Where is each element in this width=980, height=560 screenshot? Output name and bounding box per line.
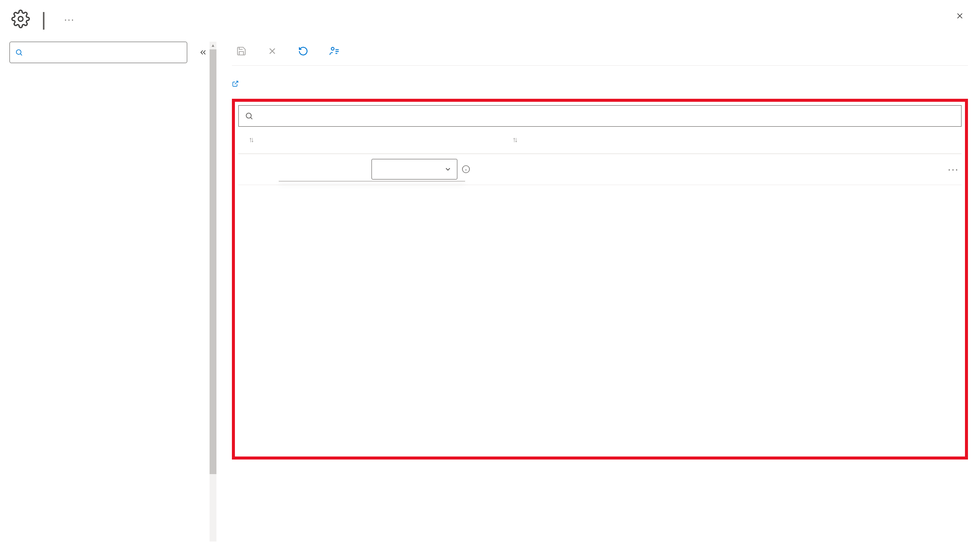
parameter-filter[interactable] [238,105,962,127]
title-more-button[interactable]: ··· [64,14,74,25]
intro-text [232,76,945,90]
column-header-name[interactable]: ↑↓ [238,136,371,144]
scrollbar-thumb[interactable] [210,49,216,474]
sidebar: ▲ [0,42,216,542]
discard-button[interactable] [263,43,286,60]
search-icon [245,112,253,120]
save-icon [236,46,247,56]
svg-point-2 [331,47,334,50]
page-header: | ··· [0,0,980,42]
search-icon [15,48,23,57]
highlight-box: ↑↓ ↑↓ [232,99,968,460]
sort-icon: ↑↓ [249,136,253,144]
close-icon [267,46,277,56]
sort-icon: ↑↓ [512,136,516,144]
svg-line-3 [235,81,238,84]
svg-point-0 [18,17,23,21]
gear-icon [10,9,31,29]
value-dropdown[interactable] [371,159,457,180]
feedback-button[interactable] [325,42,349,60]
learn-more-link[interactable] [232,78,239,88]
external-link-icon [232,80,239,87]
reset-button[interactable] [294,43,317,60]
reset-icon [298,46,308,56]
table-header: ↑↓ ↑↓ [238,127,962,154]
close-button[interactable] [953,9,967,23]
sidebar-search-input[interactable] [27,47,182,58]
svg-point-4 [246,113,251,118]
collapse-sidebar-button[interactable] [197,46,210,59]
chevron-down-icon [444,165,452,173]
toolbar [232,42,968,66]
save-button[interactable] [232,43,255,60]
info-icon[interactable] [462,165,470,173]
dropdown-popup [279,181,465,182]
feedback-icon [329,46,340,57]
main-content: ↑↓ ↑↓ [216,42,980,542]
row-more-button[interactable]: ··· [948,163,962,175]
sidebar-scrollbar[interactable]: ▲ [210,42,216,542]
column-header-type[interactable]: ↑↓ [507,136,639,144]
sidebar-search[interactable] [9,42,187,63]
svg-point-1 [16,49,21,54]
scroll-up-icon[interactable]: ▲ [210,42,216,49]
parameter-filter-input[interactable] [259,110,955,122]
